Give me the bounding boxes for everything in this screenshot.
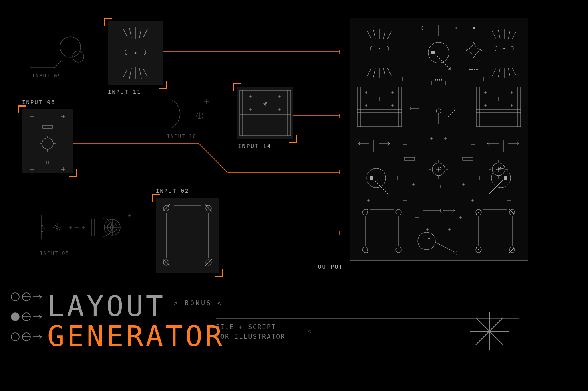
svg-line-212: [489, 180, 503, 194]
caret-icon: <: [308, 328, 312, 334]
subtitle-line-2: FOR ILLUSTRATOR: [216, 333, 286, 340]
svg-point-102: [428, 42, 449, 63]
title-line-2: GENERATOR: [47, 319, 224, 353]
svg-line-9: [129, 68, 131, 79]
svg-line-116: [512, 31, 516, 39]
input-02-label: INPUT 02: [156, 188, 189, 194]
svg-point-210: [491, 168, 511, 188]
svg-point-133: [439, 79, 440, 81]
svg-line-7: [143, 29, 147, 37]
svg-point-152: [436, 109, 441, 113]
svg-rect-34: [240, 90, 291, 136]
input-02-box: [156, 198, 219, 273]
input-16-label: INPUT 16: [167, 134, 197, 139]
svg-point-259: [455, 252, 457, 254]
title-line-1: LAYOUT: [47, 289, 165, 323]
svg-rect-211: [504, 176, 507, 180]
subtitle-line-1: FILE + SCRIPT: [216, 323, 276, 331]
svg-line-112: [492, 31, 496, 39]
svg-line-122: [512, 68, 516, 76]
svg-point-117: [503, 48, 505, 49]
svg-rect-188: [463, 157, 473, 160]
svg-point-107: [473, 27, 475, 29]
input-14-label: INPUT 14: [238, 143, 271, 149]
svg-line-3: [123, 29, 127, 37]
svg-line-115: [508, 30, 510, 39]
svg-rect-187: [404, 157, 415, 160]
svg-point-242: [440, 209, 443, 212]
svg-point-131: [435, 79, 436, 81]
svg-line-12: [143, 69, 147, 77]
svg-point-111: [477, 69, 478, 70]
input-11-box: [108, 21, 163, 85]
svg-line-4: [129, 28, 131, 38]
bonus-label: > BONUS <: [174, 299, 223, 307]
svg-line-95: [373, 68, 375, 77]
svg-line-97: [383, 68, 385, 77]
svg-line-89: [373, 30, 375, 39]
svg-point-268: [11, 293, 19, 301]
svg-line-88: [368, 31, 371, 39]
svg-point-19: [42, 138, 53, 149]
svg-line-119: [498, 68, 500, 77]
svg-line-11: [139, 68, 141, 79]
input-14-box: [237, 87, 293, 139]
svg-line-121: [508, 68, 510, 77]
svg-point-132: [437, 79, 438, 81]
svg-point-257: [428, 238, 430, 239]
svg-line-6: [139, 28, 141, 38]
svg-line-61: [163, 259, 169, 266]
svg-line-56: [205, 205, 212, 211]
svg-line-91: [383, 30, 385, 39]
output-panel: [350, 18, 528, 261]
input-06-box: [22, 109, 73, 173]
asterisk-icon: [465, 307, 513, 355]
svg-line-98: [387, 68, 391, 76]
output-label: OUTPUT: [318, 263, 343, 270]
svg-point-134: [441, 79, 442, 81]
svg-rect-103: [431, 51, 435, 54]
svg-point-13: [135, 52, 137, 54]
input-06-label: INPUT 06: [22, 99, 55, 105]
svg-line-118: [492, 68, 496, 76]
svg-line-8: [123, 69, 127, 77]
svg-point-93: [379, 48, 380, 49]
svg-rect-208: [370, 176, 373, 180]
input-05-label: INPUT 05: [40, 251, 70, 256]
svg-line-209: [375, 180, 388, 194]
svg-point-207: [367, 168, 386, 188]
svg-point-276: [11, 333, 19, 341]
input-09-label: INPUT 09: [32, 73, 62, 79]
input-11-label: INPUT 11: [108, 89, 141, 95]
decoration-circles-icon: [10, 290, 46, 354]
svg-line-63: [205, 259, 212, 266]
svg-rect-135: [357, 87, 402, 127]
svg-point-272: [11, 313, 19, 321]
svg-point-109: [472, 69, 473, 70]
svg-point-108: [469, 69, 471, 70]
svg-rect-156: [476, 87, 521, 127]
svg-line-92: [387, 31, 391, 39]
svg-line-258: [435, 242, 455, 252]
svg-line-94: [368, 68, 371, 76]
svg-line-104: [436, 55, 451, 69]
svg-point-110: [474, 69, 475, 70]
svg-rect-18: [43, 125, 52, 128]
svg-line-53: [163, 205, 169, 211]
svg-line-113: [498, 30, 500, 39]
